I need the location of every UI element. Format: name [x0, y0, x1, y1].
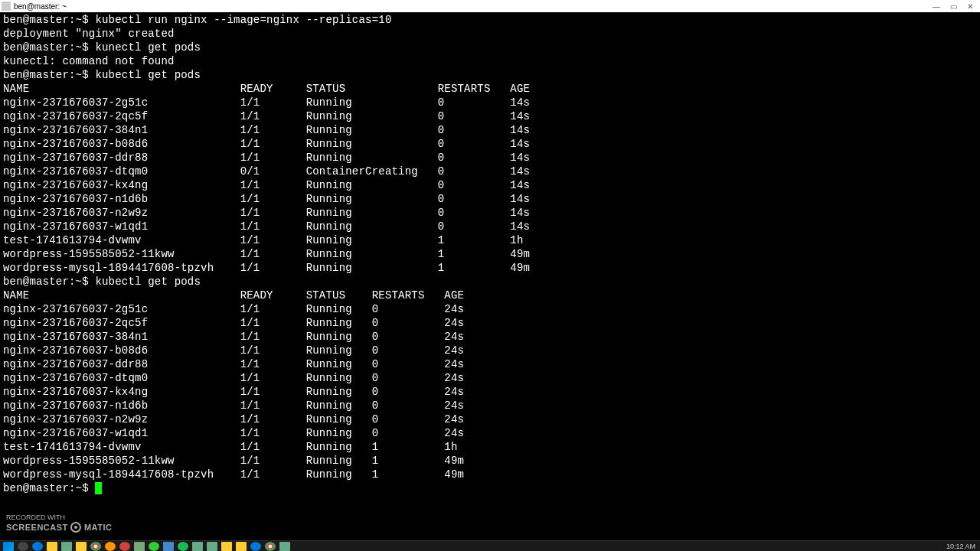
terminal-line: test-1741613794-dvwmv 1/1 Running 1 1h	[3, 440, 977, 454]
terminal-line: nginx-2371676037-2qc5f 1/1 Running 0 14s	[3, 109, 977, 123]
watermark-brand-pre: SCREENCAST	[6, 523, 68, 532]
terminal-line: ben@master:~$ kubectl run nginx --image=…	[3, 13, 977, 27]
chrome-icon[interactable]	[90, 542, 101, 551]
window-title: ben@master: ~	[14, 2, 67, 11]
app-icon-10[interactable]	[236, 542, 247, 551]
terminal-line: test-1741613794-dvwmv 1/1 Running 1 1h	[3, 233, 977, 247]
app-icon-7[interactable]	[192, 542, 203, 551]
terminal-line: NAME READY STATUS RESTARTS AGE	[3, 289, 977, 302]
terminal-line: nginx-2371676037-2qc5f 1/1 Running 0 24s	[3, 316, 977, 330]
recording-watermark: RECORDED WITH SCREENCAST MATIC	[6, 513, 112, 533]
terminal-line: nginx-2371676037-b08d6 1/1 Running 0 24s	[3, 344, 977, 357]
terminal-line: ben@master:~$ kubectl get pods	[3, 68, 977, 82]
firefox-icon[interactable]	[105, 542, 116, 551]
terminal-line: nginx-2371676037-w1qd1 1/1 Running 0 14s	[3, 220, 977, 233]
terminal-line: nginx-2371676037-384n1 1/1 Running 0 24s	[3, 330, 977, 344]
watermark-line1: RECORDED WITH	[6, 513, 112, 522]
terminal-line: nginx-2371676037-b08d6 1/1 Running 0 14s	[3, 137, 977, 151]
app-icon-4[interactable]	[149, 542, 159, 551]
maximize-button[interactable]: ▭	[945, 1, 962, 11]
terminal-line: wordpress-mysql-1894417608-tpzvh 1/1 Run…	[3, 468, 977, 481]
watermark-brand-post: MATIC	[84, 523, 113, 532]
terminal-line: kunectl: command not found	[3, 54, 977, 68]
app-icon-2[interactable]	[76, 542, 87, 551]
app-icon-8[interactable]	[207, 542, 217, 551]
taskbar: 10:12 AM	[0, 540, 980, 551]
app-icon-11[interactable]	[250, 542, 261, 551]
app-icon-12[interactable]	[265, 542, 276, 551]
terminal-line: nginx-2371676037-n1d6b 1/1 Running 0 14s	[3, 192, 977, 206]
terminal-line: nginx-2371676037-384n1 1/1 Running 0 14s	[3, 123, 977, 137]
watermark-logo-icon	[70, 522, 81, 533]
start-button[interactable]	[3, 542, 14, 551]
explorer-icon[interactable]	[47, 542, 57, 551]
terminal-line: nginx-2371676037-n2w9z 1/1 Running 0 24s	[3, 412, 977, 426]
putty-icon	[2, 2, 11, 11]
prompt-line[interactable]: ben@master:~$	[3, 481, 977, 495]
terminal-line: nginx-2371676037-kx4ng 1/1 Running 0 14s	[3, 178, 977, 192]
terminal-line: nginx-2371676037-dtqm0 1/1 Running 0 24s	[3, 371, 977, 385]
app-icon-5[interactable]	[163, 542, 174, 551]
terminal-line: nginx-2371676037-n1d6b 1/1 Running 0 24s	[3, 399, 977, 412]
app-icon-1[interactable]	[61, 542, 72, 551]
terminal-line: ben@master:~$ kubectl get pods	[3, 275, 977, 289]
terminal-line: wordpress-1595585052-11kww 1/1 Running 1…	[3, 247, 977, 261]
app-icon-9[interactable]	[221, 542, 232, 551]
taskbar-clock[interactable]: 10:12 AM	[946, 543, 977, 550]
terminal-line: nginx-2371676037-ddr88 1/1 Running 0 24s	[3, 357, 977, 371]
terminal-line: nginx-2371676037-2g51c 1/1 Running 0 14s	[3, 96, 977, 109]
app-icon-6[interactable]	[178, 542, 188, 551]
cursor	[95, 482, 102, 494]
terminal-line: ben@master:~$ kunectl get pods	[3, 41, 977, 54]
edge-icon[interactable]	[32, 542, 43, 551]
window-titlebar: ben@master: ~ — ▭ ✕	[0, 0, 980, 12]
terminal-line: nginx-2371676037-ddr88 1/1 Running 0 14s	[3, 151, 977, 165]
terminal-line: deployment "nginx" created	[3, 27, 977, 41]
terminal-line: nginx-2371676037-w1qd1 1/1 Running 0 24s	[3, 426, 977, 440]
search-button[interactable]	[18, 542, 28, 551]
close-button[interactable]: ✕	[962, 1, 978, 11]
putty-taskbar-icon[interactable]	[134, 542, 145, 551]
minimize-button[interactable]: —	[928, 1, 945, 11]
terminal-line: NAME READY STATUS RESTARTS AGE	[3, 82, 977, 96]
terminal-line: nginx-2371676037-dtqm0 0/1 ContainerCrea…	[3, 165, 977, 178]
app-icon-13[interactable]	[279, 542, 290, 551]
terminal-line: wordpress-mysql-1894417608-tpzvh 1/1 Run…	[3, 261, 977, 275]
terminal-line: nginx-2371676037-kx4ng 1/1 Running 0 24s	[3, 385, 977, 399]
app-icon-3[interactable]	[119, 542, 130, 551]
terminal-line: wordpress-1595585052-11kww 1/1 Running 1…	[3, 454, 977, 468]
terminal-line: nginx-2371676037-n2w9z 1/1 Running 0 14s	[3, 206, 977, 220]
terminal-output[interactable]: ben@master:~$ kubectl run nginx --image=…	[0, 12, 980, 496]
terminal-line: nginx-2371676037-2g51c 1/1 Running 0 24s	[3, 302, 977, 316]
